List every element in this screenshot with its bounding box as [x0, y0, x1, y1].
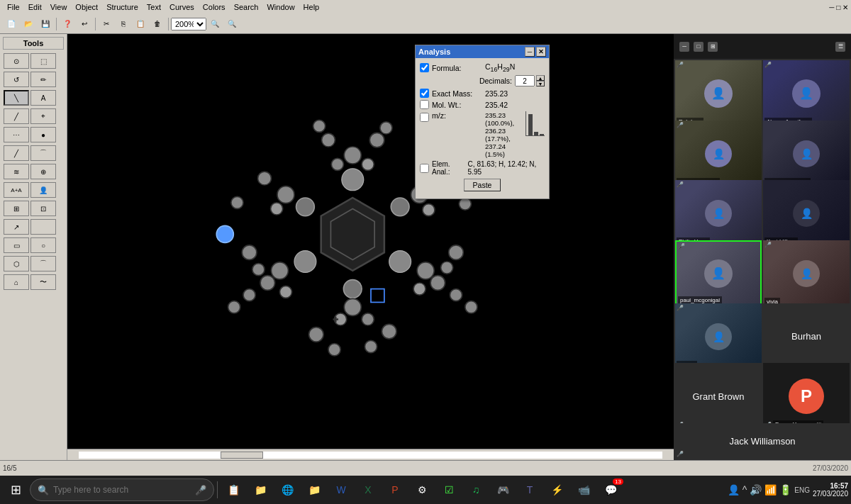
menu-search[interactable]: Search: [230, 3, 263, 11]
vid-ctrl-fullscreen[interactable]: ⊞: [708, 42, 718, 52]
canvas-area[interactable]: + pau Analysis ─ ✕: [67, 34, 674, 460]
elem-anal-checkbox[interactable]: [420, 164, 429, 173]
tool-select[interactable]: ⊙: [4, 53, 29, 69]
spotify-btn[interactable]: ♫: [463, 477, 489, 503]
tray-sound-icon[interactable]: 🔊: [750, 484, 762, 495]
scrollbar-thumb[interactable]: [221, 452, 263, 459]
h-scrollbar[interactable]: [67, 449, 674, 460]
tray-wifi-icon[interactable]: 📶: [764, 484, 777, 495]
files-btn[interactable]: 📁: [301, 477, 327, 503]
open-btn[interactable]: 📂: [21, 16, 36, 32]
mol-wt-checkbox[interactable]: [420, 100, 429, 109]
start-button[interactable]: ⊞: [3, 477, 28, 503]
tool-rect[interactable]: ▭: [4, 237, 29, 253]
tile-burhan: Burhan: [763, 303, 850, 370]
tool-ellipse[interactable]: ○: [30, 237, 56, 253]
vid-ctrl-2[interactable]: □: [694, 42, 703, 52]
word-btn[interactable]: W: [328, 477, 354, 503]
tool-zoom[interactable]: ⬚: [30, 53, 56, 69]
tool-circle[interactable]: ●: [30, 127, 56, 142]
menu-view[interactable]: View: [46, 3, 72, 11]
menu-file[interactable]: File: [3, 3, 24, 11]
svg-point-6: [343, 279, 362, 298]
menu-structure[interactable]: Structure: [102, 3, 143, 11]
app2-btn[interactable]: ☑: [436, 477, 462, 503]
zoom-select[interactable]: 50% 100% 150% 200% 300%: [171, 18, 206, 30]
paste-button[interactable]: Paste: [464, 179, 501, 191]
decimals-up[interactable]: ▲: [536, 75, 545, 81]
zoom-in-btn[interactable]: 🔍: [224, 16, 240, 32]
teams-btn[interactable]: T: [517, 477, 543, 503]
ppt-btn[interactable]: P: [382, 477, 408, 503]
tool-person[interactable]: 👤: [30, 182, 56, 198]
minimize-btn[interactable]: ─: [525, 47, 535, 57]
tool-line[interactable]: ╱: [4, 108, 29, 124]
tool-dots[interactable]: ⋯: [4, 127, 29, 142]
zoom-out-btn[interactable]: 🔍: [207, 16, 223, 32]
tool-transform[interactable]: ⌖: [30, 108, 56, 124]
tile-rob-ives: 👤 🎤 Rob Ives: [675, 60, 762, 127]
tool-addnode[interactable]: ⊕: [30, 164, 56, 179]
app3-btn[interactable]: ⚡: [544, 477, 569, 503]
tool-rotate[interactable]: ↺: [4, 72, 29, 87]
tool-arrow[interactable]: ↗: [4, 219, 29, 235]
paste-toolbar-btn[interactable]: 📋: [133, 16, 148, 32]
exact-mass-checkbox[interactable]: [420, 89, 429, 98]
vid-menu-btn[interactable]: ☰: [835, 42, 845, 52]
undo-btn[interactable]: ↩: [77, 16, 92, 32]
tool-arc[interactable]: ⌒: [30, 256, 56, 271]
mz-checkbox[interactable]: [420, 113, 429, 122]
copy-btn[interactable]: ⎘: [116, 16, 131, 32]
elem-anal-value: C, 81.63; H, 12.42; N, 5.95: [468, 160, 545, 176]
decimals-input[interactable]: [515, 75, 535, 86]
ruhee-mute-icon: 🎤: [677, 122, 684, 128]
vid-ctrl-1[interactable]: ─: [679, 42, 689, 52]
delete-btn[interactable]: 🗑: [150, 16, 165, 32]
tray-person-icon[interactable]: 👤: [728, 484, 740, 495]
tool-curve[interactable]: ⌒: [30, 145, 56, 161]
tool-measure[interactable]: ⊡: [30, 201, 56, 216]
tool-line2[interactable]: ╱: [4, 145, 29, 161]
save-btn[interactable]: 💾: [38, 16, 53, 32]
tool-empty[interactable]: [30, 219, 56, 235]
taskview-btn[interactable]: 📋: [221, 477, 246, 503]
menu-help[interactable]: Help: [299, 3, 324, 11]
excel-btn[interactable]: X: [355, 477, 381, 503]
badge-container: 💬 13: [598, 477, 623, 503]
cut-btn[interactable]: ✂: [99, 16, 114, 32]
decimals-down[interactable]: ▼: [536, 81, 545, 86]
menu-curves[interactable]: Curves: [165, 3, 199, 11]
tool-polygon[interactable]: ⌂: [4, 274, 29, 290]
tool-wave[interactable]: 〜: [30, 274, 56, 290]
page-info: 27/03/2020: [813, 464, 848, 472]
tool-text[interactable]: A: [30, 90, 56, 106]
game-btn[interactable]: 🎮: [490, 477, 516, 503]
tool-pattern[interactable]: ≋: [4, 164, 29, 179]
tool-freehand[interactable]: ✏: [30, 72, 56, 87]
svg-point-7: [294, 250, 316, 272]
tool-hexagon[interactable]: ⬡: [4, 256, 29, 271]
menu-edit[interactable]: Edit: [24, 3, 46, 11]
search-input[interactable]: [53, 485, 191, 495]
new-btn[interactable]: 📄: [4, 16, 19, 32]
tray-chevron-icon[interactable]: ^: [742, 484, 747, 495]
tool-grid[interactable]: ⊞: [4, 201, 29, 216]
file-explorer-btn[interactable]: 📁: [247, 477, 273, 503]
zoom-btn[interactable]: 📹: [571, 477, 596, 503]
search-box[interactable]: 🔍 🎤: [30, 478, 214, 501]
tool-draw[interactable]: ╲: [4, 90, 29, 106]
svg-point-22: [260, 275, 275, 290]
formula-checkbox[interactable]: [420, 63, 429, 72]
tool-typescale[interactable]: A+A: [4, 182, 29, 198]
tray-battery-icon[interactable]: 🔋: [779, 484, 791, 495]
decimals-row: Decimals: ▲ ▼: [420, 75, 545, 86]
svg-point-13: [422, 203, 434, 215]
menu-text[interactable]: Text: [143, 3, 165, 11]
edge-btn[interactable]: 🌐: [274, 477, 300, 503]
close-btn[interactable]: ✕: [536, 47, 546, 57]
help-btn[interactable]: ❓: [60, 16, 75, 32]
menu-window[interactable]: Window: [262, 3, 299, 11]
app1-btn[interactable]: ⚙: [409, 477, 435, 503]
menu-object[interactable]: Object: [71, 3, 102, 11]
menu-colors[interactable]: Colors: [199, 3, 230, 11]
